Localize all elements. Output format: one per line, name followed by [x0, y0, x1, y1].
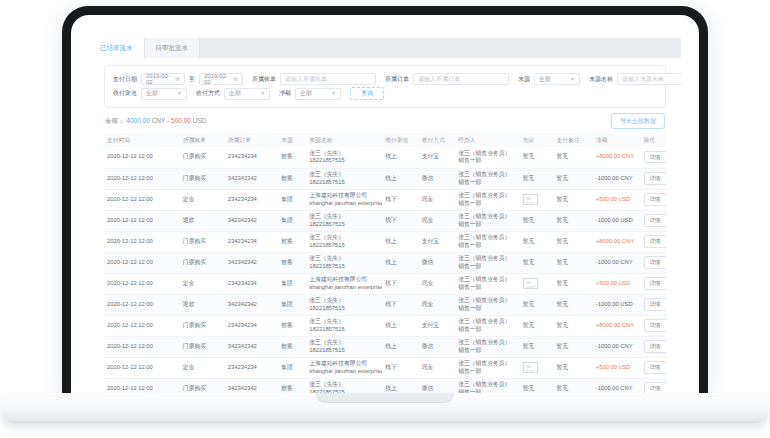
cell-voucher [520, 189, 554, 210]
cell-method: 现金 [419, 357, 456, 378]
detail-button[interactable]: 详情 [644, 298, 666, 310]
table-row: 2020-12-12 12:00 门票购买 342342342 散客 张三（先生… [104, 378, 666, 394]
amount-label: 金额： [105, 117, 125, 124]
clear-date-icon[interactable]: ⊗ [233, 76, 238, 82]
cell-bill: 门票购买 [180, 252, 225, 273]
detail-button[interactable]: 详情 [644, 151, 666, 163]
cell-source-name: 张三（先生）18221857515 [306, 315, 382, 336]
date-to-input[interactable]: 2019-02-02 ⊗ [199, 73, 243, 85]
order-input[interactable]: 请输入所属订单 [413, 73, 509, 85]
detail-button[interactable]: 详情 [644, 214, 666, 226]
chevron-down-icon: ▼ [331, 91, 336, 96]
bill-input[interactable]: 请输入所属账单 [280, 73, 376, 85]
cell-operation: 详情 [641, 252, 666, 273]
date-from-input[interactable]: 2019-02-02 ⊗ [141, 73, 185, 85]
cell-channel: 线下 [382, 210, 419, 231]
voucher-thumbnail-icon[interactable] [523, 278, 538, 289]
cell-operation: 详情 [641, 168, 666, 189]
cell-voucher: 暂无 [520, 231, 554, 252]
table-row: 2020-12-12 12:00 门票购买 342342342 散客 张三（先生… [104, 336, 666, 357]
date-from-value: 2019-02-02 [146, 73, 175, 85]
channel-select[interactable]: 全部 ▼ [141, 88, 187, 100]
payment-date-label: 支付日期 [113, 75, 137, 84]
cell-method: 现金 [419, 210, 456, 231]
method-label: 收付方式 [196, 89, 220, 98]
filter-bill: 所属账单 请输入所属账单 [252, 73, 376, 85]
cell-operation: 详情 [641, 378, 666, 394]
cell-method: 支付宝 [419, 147, 456, 168]
detail-button[interactable]: 详情 [644, 193, 666, 205]
net-label: 净额 [279, 89, 291, 98]
cell-source-name: 张三（先生）18221857515 [306, 147, 382, 168]
cell-source: 散客 [278, 231, 306, 252]
cell-source-name: 张三（先生）18221857515 [306, 231, 382, 252]
cell-voucher: 暂无 [520, 315, 554, 336]
cell-payment-time: 2020-12-12 12:00 [104, 273, 180, 294]
cell-operation: 详情 [641, 357, 666, 378]
cell-operation: 详情 [641, 231, 666, 252]
tab-settled-flow[interactable]: 已结算流水 [89, 38, 145, 58]
laptop-screen: 已结算流水 待审批流水 支付日期 2019-02-02 ⊗ [71, 15, 699, 394]
cell-source-name: 张三（先生）18221857515 [306, 168, 382, 189]
table-row: 2020-12-12 12:00 定金 234234234 集团 上海建站科技有… [104, 189, 666, 210]
detail-button[interactable]: 详情 [644, 340, 666, 352]
cell-payment-time: 2020-12-12 12:00 [104, 252, 180, 273]
source-select[interactable]: 全部 ▼ [534, 73, 580, 85]
cell-source: 集团 [278, 294, 306, 315]
cell-remark: 暂无 [554, 315, 593, 336]
table-row: 2020-12-12 12:00 门票购买 234234234 散客 张三（先生… [104, 315, 666, 336]
tab-pending-approval-flow[interactable]: 待审批流水 [145, 38, 201, 58]
cell-channel: 线下 [382, 189, 419, 210]
table-row: 2020-12-12 12:00 定金 234234234 集团 上海建站科技有… [104, 273, 666, 294]
detail-button[interactable]: 详情 [644, 256, 666, 268]
cell-order: 234234234 [225, 273, 278, 294]
clear-date-icon[interactable]: ⊗ [175, 76, 180, 82]
column-header: 操作 [641, 133, 666, 147]
source-name-input[interactable]: 请输入来源名称 [617, 73, 681, 85]
cell-bill: 退款 [180, 294, 225, 315]
cell-source: 散客 [278, 336, 306, 357]
table-row: 2020-12-12 12:00 门票购买 342342342 散客 张三（先生… [104, 252, 666, 273]
method-select[interactable]: 全部 ▼ [224, 88, 270, 100]
filter-row-1: 支付日期 2019-02-02 ⊗ 至 2019-02-02 ⊗ [113, 73, 657, 85]
table-header-row: 支付时间所属账单所属订单来源来源名称收付渠道收付方式经办人凭证支付备注净额操作 [104, 133, 666, 147]
cell-operation: 详情 [641, 336, 666, 357]
column-header: 经办人 [455, 133, 520, 147]
bill-placeholder: 请输入所属账单 [285, 75, 327, 84]
detail-button[interactable]: 详情 [644, 277, 666, 289]
cell-voucher [520, 273, 554, 294]
amount-summary: 金额： 4000.00 CNY - 500.00 USD [105, 117, 206, 126]
detail-button[interactable]: 详情 [644, 235, 666, 247]
cell-source-name: 上海建站科技有限公司shanghai jianzhan enterprise [306, 189, 382, 210]
filter-source-name: 来源名称 请输入来源名称 [589, 73, 681, 85]
cell-operation: 详情 [641, 273, 666, 294]
cell-method: 现金 [419, 189, 456, 210]
detail-button[interactable]: 详情 [644, 319, 666, 331]
cell-net-amount: +500.00 USD [593, 273, 641, 294]
cell-remark: 暂无 [554, 336, 593, 357]
cell-source-name: 张三（先生）18221857515 [306, 378, 382, 394]
cell-agent: 张三（销售业务员）销售一部 [455, 147, 520, 168]
detail-button[interactable]: 详情 [644, 361, 666, 373]
cell-remark: 暂无 [554, 378, 593, 394]
source-value: 全部 [539, 75, 551, 84]
cell-channel: 线下 [382, 294, 419, 315]
cell-agent: 张三（销售业务员）销售一部 [455, 210, 520, 231]
cell-voucher: 暂无 [520, 147, 554, 168]
column-header: 支付备注 [554, 133, 593, 147]
table-row: 2020-12-12 12:00 退款 342342342 集团 张三（先生）1… [104, 210, 666, 231]
column-header: 所属订单 [225, 133, 278, 147]
voucher-thumbnail-icon[interactable] [523, 194, 538, 205]
cell-source-name: 上海建站科技有限公司shanghai jianzhan enterprise [306, 273, 382, 294]
cell-source: 散客 [278, 378, 306, 394]
detail-button[interactable]: 详情 [644, 172, 666, 184]
query-button[interactable]: 查询 [350, 87, 384, 100]
cell-remark: 暂无 [554, 147, 593, 168]
cell-bill: 门票购买 [180, 231, 225, 252]
net-select[interactable]: 全部 ▼ [295, 88, 341, 100]
table-row: 2020-12-12 12:00 退款 342342342 集团 张三（先生）1… [104, 294, 666, 315]
voucher-thumbnail-icon[interactable] [523, 362, 538, 373]
export-all-button[interactable]: 导出全部数据 [611, 113, 665, 129]
cell-payment-time: 2020-12-12 12:00 [104, 294, 180, 315]
cell-operation: 详情 [641, 189, 666, 210]
